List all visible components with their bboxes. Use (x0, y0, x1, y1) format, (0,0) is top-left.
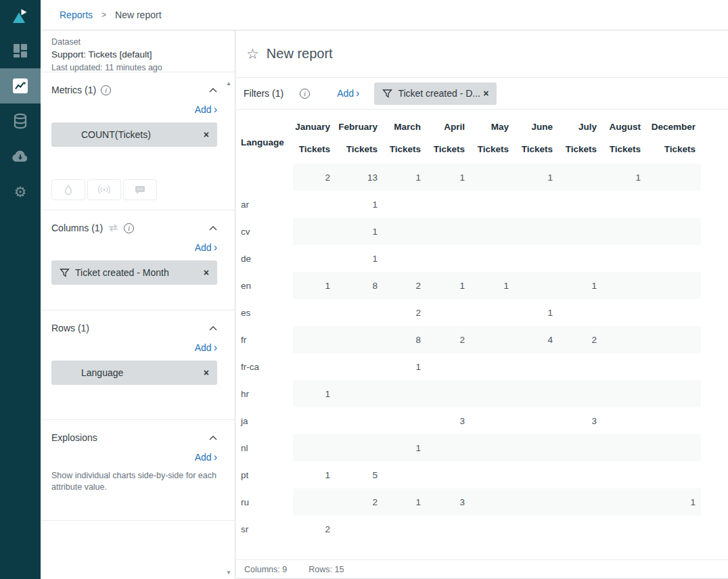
cell-value (558, 488, 602, 515)
cell-value: 1 (646, 488, 701, 515)
metric-chip-count-tickets[interactable]: COUNT(Tickets) × (51, 122, 217, 147)
cell-value: 1 (336, 245, 383, 272)
sidebar-item-datasets[interactable] (0, 103, 41, 139)
row-chip-language[interactable]: Language × (51, 361, 217, 385)
panel-scroll-up-icon[interactable]: ▲ (226, 80, 231, 87)
row-label: ja (241, 407, 293, 434)
explore-logo[interactable] (0, 0, 41, 33)
cell-value (426, 461, 470, 488)
month-column-header: February (336, 110, 383, 133)
row-label: es (241, 299, 293, 326)
droplet-icon (64, 185, 72, 195)
rows-add-button[interactable]: Add› (195, 342, 217, 353)
row-label: hr (241, 380, 293, 407)
cell-value: 2 (293, 515, 336, 542)
rows-collapse-button[interactable] (209, 326, 217, 331)
sidebar-item-reports[interactable] (0, 68, 41, 103)
filters-info-icon[interactable]: i (300, 89, 310, 99)
column-chip-remove-icon[interactable]: × (204, 268, 209, 277)
columns-collapse-button[interactable] (209, 226, 217, 231)
row-label: ru (241, 488, 293, 515)
cell-value (470, 434, 514, 461)
explosions-add-button[interactable]: Add› (195, 452, 217, 463)
sidebar-item-settings[interactable]: ⚙ (0, 174, 41, 209)
cell-value (602, 272, 646, 299)
row-dimension-header: Language (241, 110, 293, 164)
report-config-panel: Dataset Support: Tickets [default] Last … (41, 30, 235, 579)
panel-scroll-down-icon[interactable]: ▼ (226, 570, 231, 576)
metrics-section: Metrics (1) i Add› COUNT(Tickets) × (41, 72, 235, 210)
metric-chip-remove-icon[interactable]: × (204, 130, 209, 139)
annotation-button[interactable] (123, 179, 157, 200)
measure-header: Tickets (470, 133, 514, 164)
cell-value (602, 461, 646, 488)
breadcrumb-separator: > (101, 10, 106, 20)
cell-value (602, 299, 646, 326)
cell-value (293, 218, 336, 245)
breadcrumb-reports-link[interactable]: Reports (60, 9, 93, 20)
explosions-section: Explosions Add› Show individual charts s… (41, 420, 235, 521)
footer-rows-count: Rows: 15 (309, 565, 344, 574)
filters-add-button[interactable]: Add› (337, 87, 359, 99)
table-row: de1 (241, 245, 701, 272)
sidebar-item-dashboards[interactable] (0, 33, 41, 68)
cell-value (514, 488, 558, 515)
measure-header: Tickets (336, 133, 383, 164)
report-title[interactable]: New report (267, 46, 333, 62)
chevron-up-icon (209, 436, 217, 440)
swap-axes-icon[interactable] (108, 224, 119, 232)
cell-value (293, 245, 336, 272)
measure-header: Tickets (514, 133, 558, 164)
favorite-star-icon[interactable]: ☆ (246, 46, 259, 62)
cell-value: 2 (558, 326, 602, 353)
result-table-wrap: LanguageJanuaryFebruaryMarchAprilMayJune… (236, 110, 728, 542)
signal-icon (97, 185, 111, 194)
cell-value (646, 245, 701, 272)
cell-value (514, 434, 558, 461)
month-column-header: April (426, 110, 470, 133)
cell-value (426, 434, 470, 461)
columns-info-icon[interactable]: i (124, 223, 134, 233)
cell-value (470, 488, 514, 515)
metrics-info-icon[interactable]: i (101, 85, 111, 95)
forecast-button[interactable] (51, 179, 85, 200)
cell-value (646, 407, 701, 434)
chevron-right-icon: › (214, 103, 217, 115)
cell-value (470, 245, 514, 272)
cell-value: 8 (383, 326, 426, 353)
column-chip-ticket-created-month[interactable]: Ticket created - Month × (51, 260, 217, 285)
cell-value (426, 380, 470, 407)
cell-value (646, 353, 701, 380)
cell-value (336, 353, 383, 380)
columns-section: Columns (1) i Add› Ticket (41, 210, 235, 310)
metrics-collapse-button[interactable] (209, 88, 217, 93)
dataset-info: Dataset Support: Tickets [default] Last … (41, 30, 235, 72)
table-row: es21 (241, 299, 701, 326)
filter-chip-ticket-created[interactable]: Ticket created - D... × (374, 83, 497, 105)
cell-value (383, 515, 426, 542)
metrics-add-button[interactable]: Add› (195, 104, 217, 115)
explosions-collapse-button[interactable] (209, 436, 217, 440)
table-row: 2131111 (241, 164, 701, 191)
sidebar-item-exports[interactable] (0, 139, 41, 174)
row-label: en (241, 272, 293, 299)
cell-value: 1 (470, 272, 514, 299)
chevron-right-icon: › (214, 342, 217, 353)
cell-value: 1 (383, 164, 426, 191)
row-chip-remove-icon[interactable]: × (204, 368, 209, 377)
month-column-header: January (293, 110, 336, 133)
cell-value (514, 461, 558, 488)
table-row: ja33 (241, 407, 701, 434)
table-row: fr-ca1 (241, 353, 701, 380)
cell-value: 1 (426, 164, 470, 191)
cell-value (602, 245, 646, 272)
filter-chip-remove-icon[interactable]: × (483, 89, 488, 98)
cell-value (383, 245, 426, 272)
columns-title: Columns (1) (51, 223, 103, 233)
cell-value (293, 353, 336, 380)
table-row: hr1 (241, 380, 701, 407)
trend-line-button[interactable] (87, 179, 121, 200)
cell-value: 1 (336, 191, 383, 218)
columns-add-button[interactable]: Add› (195, 242, 217, 253)
cell-value: 2 (383, 272, 426, 299)
